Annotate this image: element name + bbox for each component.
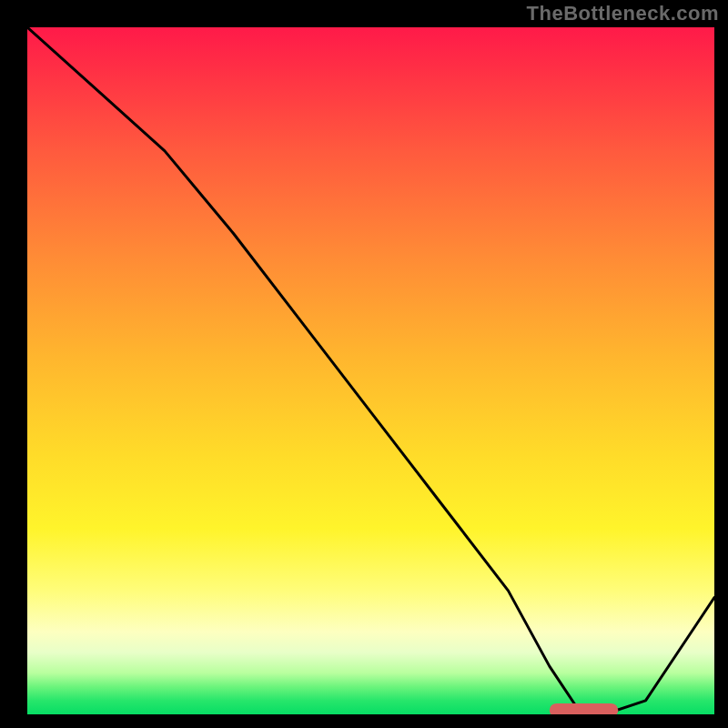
optimal-range-marker: [550, 703, 619, 714]
curve-overlay: [27, 27, 714, 714]
chart-container: TheBottleneck.com: [0, 0, 728, 728]
plot-area: [27, 27, 714, 714]
bottleneck-curve: [27, 27, 714, 714]
attribution-label: TheBottleneck.com: [527, 2, 719, 25]
